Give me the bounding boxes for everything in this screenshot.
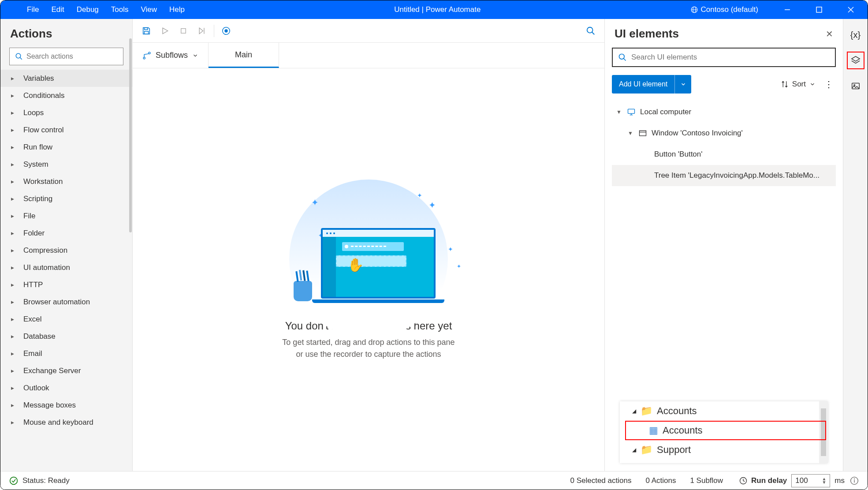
action-category-system[interactable]: ▶System — [0, 156, 132, 173]
sort-dropdown[interactable]: Sort — [781, 80, 816, 89]
action-category-email[interactable]: ▶Email — [0, 345, 132, 362]
action-category-flow-control[interactable]: ▶Flow control — [0, 121, 132, 138]
ui-elements-rail-button[interactable] — [847, 52, 864, 69]
close-button[interactable] — [838, 0, 864, 19]
action-category-run-flow[interactable]: ▶Run flow — [0, 138, 132, 156]
right-rail: {x} — [843, 19, 868, 471]
menu-bar: File Edit Debug Tools View Help — [0, 5, 185, 14]
tree-label: Local computer — [640, 108, 691, 116]
svg-line-17 — [592, 32, 595, 34]
search-icon — [618, 53, 627, 62]
ui-elements-panel: UI elements ✕ Add UI element Sort ⋮ — [605, 19, 843, 471]
action-category-loops[interactable]: ▶Loops — [0, 104, 132, 121]
globe-icon — [690, 6, 698, 14]
chevron-right-icon: ▶ — [11, 231, 17, 236]
action-category-variables[interactable]: ▶Variables — [0, 70, 132, 87]
stop-button[interactable] — [174, 22, 193, 40]
action-category-scripting[interactable]: ▶Scripting — [0, 190, 132, 207]
chevron-right-icon: ▶ — [11, 352, 17, 356]
action-category-browser-automation[interactable]: ▶Browser automation — [0, 293, 132, 310]
tree-node-window[interactable]: ▼ Window 'Contoso Invoicing' — [612, 123, 836, 144]
empty-line2: or use the recorder to capture the actio… — [296, 350, 441, 359]
action-category-ui-automation[interactable]: ▶UI automation — [0, 259, 132, 276]
tree-node-local-computer[interactable]: ▼ Local computer — [612, 101, 836, 123]
stepper-arrows[interactable]: ▲▼ — [822, 477, 826, 484]
chevron-right-icon: ▶ — [11, 111, 17, 115]
chevron-right-icon: ▶ — [11, 420, 17, 425]
environment-selector[interactable]: Contoso (default) — [690, 5, 758, 14]
action-category-mouse-and-keyboard[interactable]: ▶Mouse and keyboard — [0, 414, 132, 431]
chevron-right-icon: ▶ — [11, 403, 17, 408]
action-label: Mouse and keyboard — [23, 418, 93, 427]
preview-scrollbar[interactable] — [819, 401, 828, 463]
action-category-excel[interactable]: ▶Excel — [0, 310, 132, 328]
more-button[interactable]: ⋮ — [824, 79, 833, 90]
environment-label: Contoso (default) — [701, 5, 758, 14]
action-category-workstation[interactable]: ▶Workstation — [0, 173, 132, 190]
action-label: Conditionals — [23, 91, 65, 100]
action-category-database[interactable]: ▶Database — [0, 328, 132, 345]
action-category-http[interactable]: ▶HTTP — [0, 276, 132, 293]
chevron-down-icon — [809, 81, 816, 87]
action-category-conditionals[interactable]: ▶Conditionals — [0, 87, 132, 104]
tab-main[interactable]: Main — [209, 43, 279, 68]
variables-rail-button[interactable]: {x} — [847, 26, 864, 44]
menu-edit[interactable]: Edit — [51, 5, 64, 14]
maximize-button[interactable] — [806, 0, 832, 19]
add-ui-element-button[interactable]: Add UI element — [612, 75, 691, 94]
subflows-dropdown[interactable]: Subflows — [133, 43, 209, 68]
toolbar-search-button[interactable] — [581, 22, 600, 40]
ui-element-preview: ◢📁Accounts ▦Accounts ◢📁Support — [620, 401, 828, 463]
status-actions: 0 Actions — [645, 476, 676, 485]
chevron-right-icon: ▶ — [11, 369, 17, 373]
action-category-outlook[interactable]: ▶Outlook — [0, 379, 132, 396]
save-button[interactable] — [137, 22, 156, 40]
action-label: File — [23, 212, 35, 221]
chevron-right-icon: ▶ — [11, 145, 17, 150]
action-label: Folder — [23, 229, 45, 238]
tab-bar: Subflows Main — [133, 43, 604, 68]
menu-view[interactable]: View — [141, 5, 157, 14]
actions-search[interactable] — [9, 48, 123, 65]
images-rail-button[interactable] — [847, 77, 864, 95]
menu-tools[interactable]: Tools — [111, 5, 129, 14]
status-text: Status: Ready — [22, 476, 70, 485]
tree-node-tree-item[interactable]: Tree Item 'LegacyInvoicingApp.Models.Tab… — [612, 165, 836, 186]
subflow-icon — [142, 51, 151, 60]
svg-marker-10 — [163, 28, 168, 34]
flow-canvas[interactable]: ✦ ✦ ✦ ✦ ✦ ✦ ✋ You don't — [133, 68, 604, 471]
step-button[interactable] — [193, 22, 211, 40]
action-category-compression[interactable]: ▶Compression — [0, 242, 132, 259]
svg-marker-25 — [851, 56, 859, 61]
minimize-button[interactable] — [774, 0, 801, 19]
chevron-right-icon: ▶ — [11, 283, 17, 287]
ui-elements-search[interactable] — [612, 48, 836, 67]
action-category-message-boxes[interactable]: ▶Message boxes — [0, 396, 132, 414]
preview-row-accounts: ◢📁Accounts — [620, 401, 828, 421]
ui-panel-close-button[interactable]: ✕ — [826, 29, 833, 39]
ui-elements-heading: UI elements — [615, 27, 679, 41]
ui-elements-search-input[interactable] — [631, 53, 830, 62]
status-bar: Status: Ready 0 Selected actions 0 Actio… — [0, 471, 868, 490]
action-category-folder[interactable]: ▶Folder — [0, 224, 132, 242]
actions-scrollbar[interactable] — [129, 38, 132, 232]
tree-node-button[interactable]: Button 'Button' — [612, 144, 836, 165]
actions-panel: Actions ▶Variables▶Conditionals▶Loops▶Fl… — [0, 19, 133, 471]
add-ui-element-split[interactable] — [674, 75, 691, 94]
action-category-exchange-server[interactable]: ▶Exchange Server — [0, 362, 132, 379]
run-button[interactable] — [156, 22, 174, 40]
info-icon[interactable] — [850, 476, 859, 485]
menu-debug[interactable]: Debug — [77, 5, 99, 14]
chevron-right-icon: ▶ — [11, 162, 17, 167]
svg-point-20 — [619, 54, 625, 60]
actions-search-input[interactable] — [26, 52, 118, 60]
run-delay-value: 100 — [795, 476, 808, 485]
run-delay-input[interactable]: 100 ▲▼ — [791, 474, 830, 487]
record-button[interactable] — [217, 22, 235, 40]
actions-list: ▶Variables▶Conditionals▶Loops▶Flow contr… — [0, 70, 132, 471]
menu-file[interactable]: File — [27, 5, 39, 14]
action-category-file[interactable]: ▶File — [0, 207, 132, 224]
svg-point-15 — [224, 29, 227, 32]
menu-help[interactable]: Help — [169, 5, 185, 14]
action-label: Run flow — [23, 143, 52, 152]
